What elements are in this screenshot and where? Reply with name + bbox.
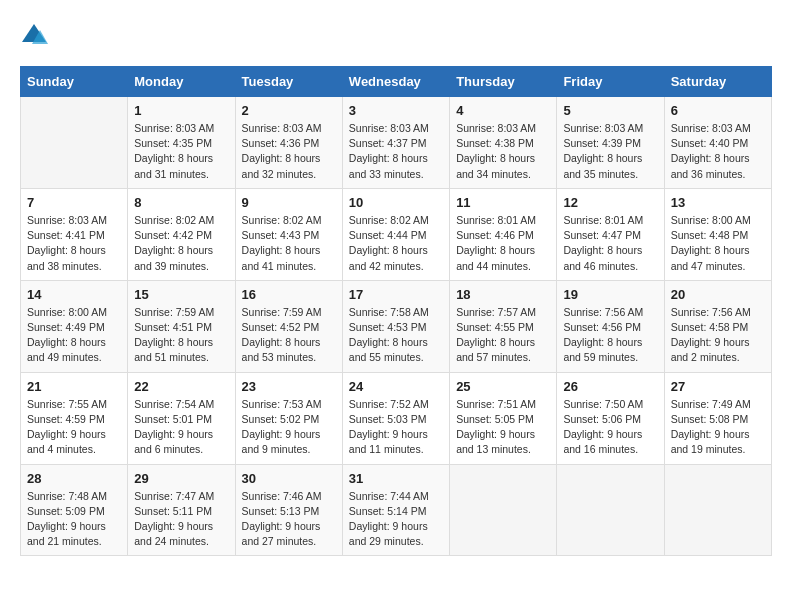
day-info: Sunrise: 7:58 AMSunset: 4:53 PMDaylight:… [349,305,443,366]
day-cell: 7Sunrise: 8:03 AMSunset: 4:41 PMDaylight… [21,188,128,280]
day-cell: 26Sunrise: 7:50 AMSunset: 5:06 PMDayligh… [557,372,664,464]
calendar-table: SundayMondayTuesdayWednesdayThursdayFrid… [20,66,772,556]
day-cell: 15Sunrise: 7:59 AMSunset: 4:51 PMDayligh… [128,280,235,372]
day-number: 22 [134,379,228,394]
day-info: Sunrise: 7:53 AMSunset: 5:02 PMDaylight:… [242,397,336,458]
day-info: Sunrise: 7:51 AMSunset: 5:05 PMDaylight:… [456,397,550,458]
day-number: 16 [242,287,336,302]
day-number: 5 [563,103,657,118]
week-row-1: 1Sunrise: 8:03 AMSunset: 4:35 PMDaylight… [21,97,772,189]
week-row-3: 14Sunrise: 8:00 AMSunset: 4:49 PMDayligh… [21,280,772,372]
day-info: Sunrise: 7:52 AMSunset: 5:03 PMDaylight:… [349,397,443,458]
day-number: 27 [671,379,765,394]
day-info: Sunrise: 7:50 AMSunset: 5:06 PMDaylight:… [563,397,657,458]
weekday-header-thursday: Thursday [450,67,557,97]
calendar-header: SundayMondayTuesdayWednesdayThursdayFrid… [21,67,772,97]
week-row-4: 21Sunrise: 7:55 AMSunset: 4:59 PMDayligh… [21,372,772,464]
day-number: 7 [27,195,121,210]
day-cell [557,464,664,556]
day-number: 14 [27,287,121,302]
week-row-5: 28Sunrise: 7:48 AMSunset: 5:09 PMDayligh… [21,464,772,556]
day-number: 12 [563,195,657,210]
day-cell [664,464,771,556]
day-info: Sunrise: 7:48 AMSunset: 5:09 PMDaylight:… [27,489,121,550]
day-number: 17 [349,287,443,302]
day-info: Sunrise: 8:00 AMSunset: 4:48 PMDaylight:… [671,213,765,274]
day-cell: 3Sunrise: 8:03 AMSunset: 4:37 PMDaylight… [342,97,449,189]
day-info: Sunrise: 8:03 AMSunset: 4:35 PMDaylight:… [134,121,228,182]
day-info: Sunrise: 8:02 AMSunset: 4:42 PMDaylight:… [134,213,228,274]
day-cell: 21Sunrise: 7:55 AMSunset: 4:59 PMDayligh… [21,372,128,464]
day-cell: 13Sunrise: 8:00 AMSunset: 4:48 PMDayligh… [664,188,771,280]
day-cell: 2Sunrise: 8:03 AMSunset: 4:36 PMDaylight… [235,97,342,189]
day-cell: 25Sunrise: 7:51 AMSunset: 5:05 PMDayligh… [450,372,557,464]
weekday-header-monday: Monday [128,67,235,97]
day-cell [21,97,128,189]
day-cell: 9Sunrise: 8:02 AMSunset: 4:43 PMDaylight… [235,188,342,280]
logo-icon [20,22,48,50]
day-info: Sunrise: 7:55 AMSunset: 4:59 PMDaylight:… [27,397,121,458]
day-number: 30 [242,471,336,486]
day-info: Sunrise: 7:44 AMSunset: 5:14 PMDaylight:… [349,489,443,550]
day-number: 15 [134,287,228,302]
day-number: 24 [349,379,443,394]
day-info: Sunrise: 8:03 AMSunset: 4:38 PMDaylight:… [456,121,550,182]
day-number: 9 [242,195,336,210]
day-number: 21 [27,379,121,394]
day-cell: 20Sunrise: 7:56 AMSunset: 4:58 PMDayligh… [664,280,771,372]
day-info: Sunrise: 7:56 AMSunset: 4:56 PMDaylight:… [563,305,657,366]
day-info: Sunrise: 8:02 AMSunset: 4:43 PMDaylight:… [242,213,336,274]
day-info: Sunrise: 7:49 AMSunset: 5:08 PMDaylight:… [671,397,765,458]
day-number: 11 [456,195,550,210]
day-number: 18 [456,287,550,302]
day-info: Sunrise: 8:00 AMSunset: 4:49 PMDaylight:… [27,305,121,366]
day-cell: 23Sunrise: 7:53 AMSunset: 5:02 PMDayligh… [235,372,342,464]
day-cell: 28Sunrise: 7:48 AMSunset: 5:09 PMDayligh… [21,464,128,556]
day-cell: 10Sunrise: 8:02 AMSunset: 4:44 PMDayligh… [342,188,449,280]
weekday-row: SundayMondayTuesdayWednesdayThursdayFrid… [21,67,772,97]
day-cell: 31Sunrise: 7:44 AMSunset: 5:14 PMDayligh… [342,464,449,556]
day-info: Sunrise: 8:02 AMSunset: 4:44 PMDaylight:… [349,213,443,274]
day-info: Sunrise: 7:56 AMSunset: 4:58 PMDaylight:… [671,305,765,366]
day-info: Sunrise: 8:03 AMSunset: 4:37 PMDaylight:… [349,121,443,182]
day-cell: 14Sunrise: 8:00 AMSunset: 4:49 PMDayligh… [21,280,128,372]
day-cell: 30Sunrise: 7:46 AMSunset: 5:13 PMDayligh… [235,464,342,556]
day-number: 2 [242,103,336,118]
day-cell: 24Sunrise: 7:52 AMSunset: 5:03 PMDayligh… [342,372,449,464]
day-number: 19 [563,287,657,302]
day-cell: 17Sunrise: 7:58 AMSunset: 4:53 PMDayligh… [342,280,449,372]
day-number: 23 [242,379,336,394]
day-info: Sunrise: 8:03 AMSunset: 4:41 PMDaylight:… [27,213,121,274]
day-cell: 11Sunrise: 8:01 AMSunset: 4:46 PMDayligh… [450,188,557,280]
day-info: Sunrise: 7:57 AMSunset: 4:55 PMDaylight:… [456,305,550,366]
day-cell: 29Sunrise: 7:47 AMSunset: 5:11 PMDayligh… [128,464,235,556]
day-number: 26 [563,379,657,394]
day-cell: 19Sunrise: 7:56 AMSunset: 4:56 PMDayligh… [557,280,664,372]
week-row-2: 7Sunrise: 8:03 AMSunset: 4:41 PMDaylight… [21,188,772,280]
weekday-header-wednesday: Wednesday [342,67,449,97]
logo [20,20,52,50]
day-cell: 22Sunrise: 7:54 AMSunset: 5:01 PMDayligh… [128,372,235,464]
day-number: 28 [27,471,121,486]
weekday-header-tuesday: Tuesday [235,67,342,97]
day-info: Sunrise: 8:03 AMSunset: 4:40 PMDaylight:… [671,121,765,182]
day-number: 29 [134,471,228,486]
day-info: Sunrise: 8:01 AMSunset: 4:46 PMDaylight:… [456,213,550,274]
day-info: Sunrise: 7:47 AMSunset: 5:11 PMDaylight:… [134,489,228,550]
day-number: 6 [671,103,765,118]
day-number: 4 [456,103,550,118]
day-cell: 1Sunrise: 8:03 AMSunset: 4:35 PMDaylight… [128,97,235,189]
day-number: 13 [671,195,765,210]
day-number: 10 [349,195,443,210]
weekday-header-sunday: Sunday [21,67,128,97]
day-cell: 4Sunrise: 8:03 AMSunset: 4:38 PMDaylight… [450,97,557,189]
day-number: 8 [134,195,228,210]
day-info: Sunrise: 7:59 AMSunset: 4:52 PMDaylight:… [242,305,336,366]
day-number: 31 [349,471,443,486]
day-cell: 8Sunrise: 8:02 AMSunset: 4:42 PMDaylight… [128,188,235,280]
day-cell: 18Sunrise: 7:57 AMSunset: 4:55 PMDayligh… [450,280,557,372]
day-cell: 27Sunrise: 7:49 AMSunset: 5:08 PMDayligh… [664,372,771,464]
day-number: 1 [134,103,228,118]
day-number: 25 [456,379,550,394]
day-info: Sunrise: 8:03 AMSunset: 4:36 PMDaylight:… [242,121,336,182]
